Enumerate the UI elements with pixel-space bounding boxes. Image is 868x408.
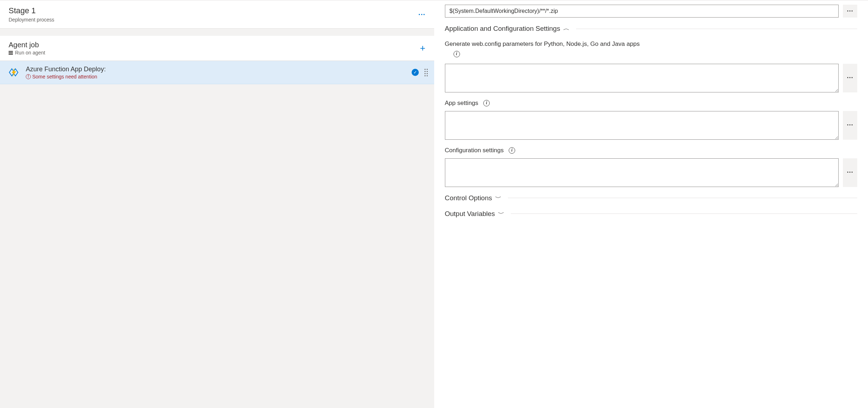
appsettings-browse-button[interactable]: ··· [843, 111, 857, 140]
section-app-config[interactable]: Application and Configuration Settings ︿ [445, 25, 858, 33]
stage-header[interactable]: Stage 1 Deployment process ··· [0, 0, 434, 29]
webconfig-label: Generate web.config parameters for Pytho… [445, 40, 858, 48]
stage-title: Stage 1 [9, 6, 54, 15]
chevron-down-icon: ﹀ [498, 211, 504, 217]
appsettings-input[interactable] [445, 111, 839, 140]
divider [508, 198, 857, 198]
info-icon[interactable]: i [509, 147, 515, 154]
appsettings-label: App settings i [445, 100, 858, 107]
divider [576, 29, 857, 29]
webconfig-field-row: ··· [445, 64, 858, 92]
package-browse-button[interactable]: ··· [843, 5, 857, 18]
configsettings-input[interactable] [445, 158, 839, 187]
task-warning: ! Some settings need attention [26, 74, 407, 80]
stage-title-block: Stage 1 Deployment process [9, 6, 54, 23]
warning-icon: ! [26, 74, 31, 79]
section-control-options[interactable]: Control Options ﹀ [445, 194, 858, 202]
check-circle-icon[interactable]: ✓ [412, 69, 419, 76]
tasks-panel: Stage 1 Deployment process ··· Agent job… [0, 0, 434, 408]
task-title: Azure Function App Deploy: [26, 66, 407, 73]
agent-job-title-block: Agent job Run on agent [9, 41, 45, 56]
configsettings-browse-button[interactable]: ··· [843, 158, 857, 187]
package-input[interactable] [445, 5, 839, 18]
server-icon [9, 51, 13, 55]
webconfig-browse-button[interactable]: ··· [843, 64, 857, 92]
chevron-up-icon: ︿ [563, 25, 570, 32]
info-icon[interactable]: i [483, 100, 490, 106]
task-details-panel: ··· Application and Configuration Settin… [434, 0, 868, 408]
divider [511, 213, 857, 214]
section-title: Application and Configuration Settings [445, 25, 560, 33]
agent-job-subtitle: Run on agent [9, 50, 45, 56]
configsettings-field-row: ··· [445, 158, 858, 187]
section-output-variables[interactable]: Output Variables ﹀ [445, 210, 858, 218]
add-task-icon[interactable]: + [420, 43, 425, 54]
section-title: Output Variables [445, 210, 495, 218]
stage-subtitle: Deployment process [9, 17, 54, 23]
section-title: Control Options [445, 194, 492, 202]
more-icon[interactable]: ··· [418, 10, 426, 19]
webconfig-input[interactable] [445, 64, 839, 92]
task-right-controls: ✓ [412, 69, 428, 76]
configsettings-label: Configuration settings i [445, 147, 858, 154]
appsettings-field-row: ··· [445, 111, 858, 140]
package-field-row: ··· [445, 5, 858, 18]
task-azure-function-deploy[interactable]: Azure Function App Deploy: ! Some settin… [0, 61, 434, 84]
agent-job-row[interactable]: Agent job Run on agent + [0, 36, 434, 61]
info-icon[interactable]: i [454, 51, 460, 57]
chevron-down-icon: ﹀ [495, 195, 501, 201]
agent-job-title: Agent job [9, 41, 45, 49]
task-text: Azure Function App Deploy: ! Some settin… [26, 66, 407, 80]
azure-function-icon [6, 65, 21, 80]
drag-handle-icon[interactable] [425, 69, 428, 76]
